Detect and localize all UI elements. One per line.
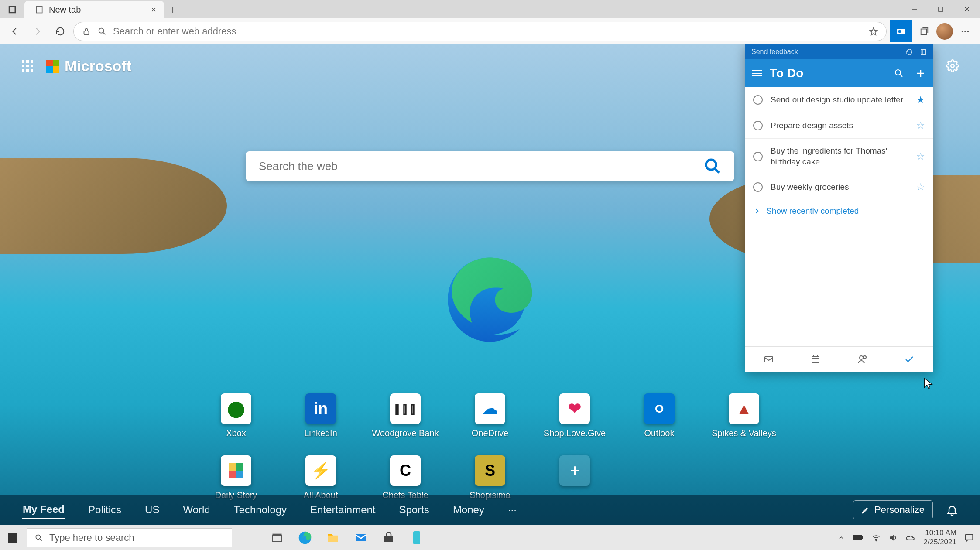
window-controls [901, 0, 980, 18]
tile-spikes[interactable]: ▲Spikes & Valleys [702, 393, 785, 450]
wifi-icon[interactable] [872, 533, 881, 542]
task-checkbox[interactable] [753, 121, 763, 130]
close-tab-icon[interactable]: × [151, 5, 156, 15]
close-window-button[interactable] [954, 0, 980, 18]
personalize-button[interactable]: Personalize [853, 500, 933, 519]
minimize-button[interactable] [901, 0, 928, 18]
svg-line-20 [715, 168, 719, 173]
search-icon [34, 533, 43, 542]
svg-rect-2 [36, 7, 42, 13]
tile-onedrive[interactable]: ☁OneDrive [449, 393, 531, 450]
tile-outlook[interactable]: OOutlook [618, 393, 701, 450]
tile-linkedin[interactable]: inLinkedIn [279, 393, 362, 450]
star-icon[interactable]: ★ [916, 94, 925, 106]
volume-icon[interactable] [888, 533, 898, 543]
search-submit-icon[interactable] [704, 157, 721, 175]
svg-point-19 [706, 160, 716, 170]
taskbar-clock[interactable]: 10:10 AM 2/25/2021 [923, 529, 956, 547]
refresh-button[interactable] [51, 22, 70, 41]
taskbar-search[interactable]: Type here to search [27, 528, 232, 547]
web-search-bar[interactable] [246, 151, 734, 181]
maximize-button[interactable] [928, 0, 954, 18]
tile-xbox[interactable]: ⬤Xbox [195, 393, 278, 450]
onedrive-tray-icon[interactable] [906, 533, 915, 543]
svg-rect-39 [384, 536, 393, 542]
collections-button[interactable] [915, 22, 934, 41]
feed-tab-us[interactable]: US [144, 501, 160, 519]
menu-icon[interactable] [752, 70, 762, 76]
feed-tab-entertainment[interactable]: Entertainment [309, 501, 376, 519]
feed-tab-politics[interactable]: Politics [87, 501, 122, 519]
star-icon[interactable]: ☆ [916, 181, 925, 193]
task-view-icon[interactable] [267, 528, 287, 548]
calendar-tab[interactable] [792, 347, 840, 372]
new-tab-button[interactable]: + [164, 1, 182, 18]
title-bar: New tab × + [0, 0, 980, 18]
address-input[interactable] [113, 26, 863, 37]
edge-taskbar-icon[interactable] [295, 528, 315, 548]
task-item[interactable]: Prepare design assets ☆ [745, 113, 933, 139]
start-button[interactable] [0, 525, 25, 550]
svg-rect-41 [853, 535, 862, 540]
svg-point-16 [964, 31, 966, 32]
back-button[interactable] [5, 22, 24, 41]
file-explorer-icon[interactable] [323, 528, 343, 548]
feed-tab-more[interactable]: ··· [507, 501, 517, 519]
search-icon [97, 27, 107, 36]
menu-button[interactable] [956, 22, 975, 41]
profile-avatar[interactable] [936, 23, 953, 40]
feed-tab-myfeed[interactable]: My Feed [22, 501, 65, 519]
task-item[interactable]: Buy weekly groceries ☆ [745, 174, 933, 200]
mail-taskbar-icon[interactable] [351, 528, 371, 548]
task-checkbox[interactable] [753, 95, 763, 105]
tile-shoplovegive[interactable]: ❤Shop.Love.Give [533, 393, 616, 450]
svg-rect-35 [273, 535, 282, 541]
notifications-icon[interactable] [946, 504, 958, 516]
mail-tab[interactable] [745, 347, 792, 372]
show-completed-link[interactable]: Show recently completed [745, 200, 933, 222]
send-feedback-link[interactable]: Send feedback [751, 48, 798, 56]
phone-icon[interactable] [407, 528, 427, 548]
mouse-cursor [922, 377, 935, 389]
feed-tab-technology[interactable]: Technology [233, 501, 288, 519]
task-checkbox[interactable] [753, 182, 763, 192]
svg-rect-14 [921, 29, 927, 34]
refresh-icon[interactable] [906, 48, 913, 55]
feed-tab-sports[interactable]: Sports [398, 501, 430, 519]
svg-rect-1 [10, 7, 15, 12]
feed-tab-world[interactable]: World [182, 501, 211, 519]
svg-point-17 [967, 31, 969, 32]
battery-icon[interactable] [853, 534, 864, 541]
star-icon[interactable]: ☆ [916, 120, 925, 131]
svg-point-22 [895, 70, 901, 75]
address-bar[interactable] [73, 22, 887, 41]
outlook-extension-button[interactable] [890, 20, 912, 42]
favorite-icon[interactable] [869, 27, 878, 36]
svg-point-31 [860, 356, 863, 359]
star-icon[interactable]: ☆ [916, 151, 925, 162]
store-icon[interactable] [379, 528, 399, 548]
add-task-icon[interactable] [915, 68, 926, 79]
popout-icon[interactable] [920, 48, 927, 55]
svg-point-15 [962, 31, 963, 32]
page-settings-button[interactable] [946, 59, 959, 74]
action-center-icon[interactable] [964, 533, 974, 543]
microsoft-logo[interactable]: Microsoft [46, 58, 131, 75]
svg-rect-27 [812, 356, 819, 363]
app-launcher-icon[interactable] [22, 60, 34, 72]
task-item[interactable]: Buy the ingredients for Thomas' birthday… [745, 139, 933, 174]
forward-button[interactable] [28, 22, 47, 41]
feed-tab-money[interactable]: Money [452, 501, 485, 519]
search-icon[interactable] [894, 68, 904, 79]
browser-tab[interactable]: New tab × [24, 1, 164, 18]
todo-tab[interactable] [886, 347, 933, 372]
tile-woodgrove[interactable]: ⫿⫿⫿Woodgrove Bank [364, 393, 447, 450]
lock-icon [82, 27, 91, 36]
web-search-input[interactable] [259, 160, 704, 173]
people-tab[interactable] [839, 347, 886, 372]
task-checkbox[interactable] [753, 152, 763, 161]
brand-name: Microsoft [65, 58, 131, 75]
tray-chevron-icon[interactable] [838, 534, 845, 541]
task-item[interactable]: Send out design studio update letter ★ [745, 87, 933, 113]
svg-rect-40 [413, 531, 420, 544]
